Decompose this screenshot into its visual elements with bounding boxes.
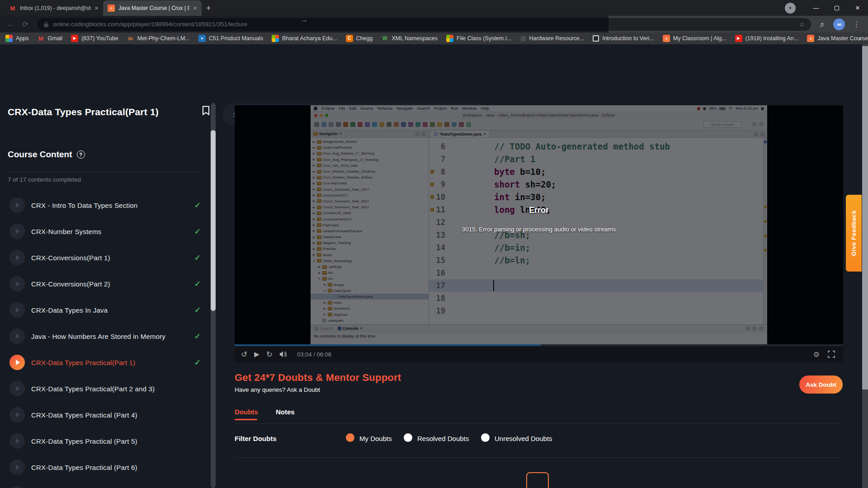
content-item-label: CRX-Data Types Practical (Part 4): [31, 411, 137, 419]
bookmark-item[interactable]: Apps: [5, 35, 29, 42]
extension-icon[interactable]: ♬: [819, 20, 826, 28]
course-content-item[interactable]: CRX-Data Types In Java ✓: [0, 297, 208, 323]
rewind-button[interactable]: ↺: [241, 350, 247, 359]
completed-check-icon: ✓: [194, 227, 201, 236]
bookmark-star-icon[interactable]: ☆: [799, 21, 805, 28]
bookmark-item[interactable]: Bharat Acharya Edu...: [272, 35, 337, 42]
browser-tab[interactable]: ≡ Java Master Course | Crux | CRX-D ✕: [103, 0, 202, 16]
bookmark-label: (837) YouTube: [81, 35, 118, 42]
content-item-label: CRX-Data Types In Java: [31, 306, 108, 314]
completed-check-icon: ✓: [194, 253, 201, 263]
contents-completed-text: 7 of 17 contents completed: [8, 176, 81, 183]
course-content-item[interactable]: CRX - Intro To Data Types Section ✓: [0, 192, 208, 218]
play-circle-icon: [9, 460, 25, 475]
course-content-item[interactable]: CRX-Data Types Practical(Part 2 and 3) ✓: [0, 375, 208, 402]
course-content-item[interactable]: CRX-Number Systems ✓: [0, 218, 208, 244]
bookmark-label: C51 Product Manuals: [209, 35, 263, 42]
course-content-item[interactable]: CRX-Data Types Practical(Part 1) ✓: [0, 349, 208, 375]
browser-profile-icon[interactable]: ▾: [785, 3, 796, 14]
new-tab-button[interactable]: +: [206, 4, 211, 12]
window-close-button[interactable]: ✕: [847, 0, 868, 16]
completed-check-icon: ✓: [194, 279, 201, 289]
bookmark-item[interactable]: ▶ (1918) Installing An...: [735, 35, 798, 42]
tab-title: Java Master Course | Crux | CRX-D: [118, 5, 189, 11]
filter-divider: [235, 457, 843, 458]
profile-avatar[interactable]: oo: [833, 19, 845, 30]
play-triangle: [16, 255, 20, 260]
radio-resolved-doubts[interactable]: [404, 433, 412, 442]
unresolved-doubts-label[interactable]: Unresolved Doubts: [495, 435, 552, 442]
bookmark-item[interactable]: W XML Namespaces: [381, 35, 438, 42]
play-triangle: [16, 465, 20, 470]
content-item-label: CRX-Number Systems: [31, 228, 101, 235]
settings-gear-icon[interactable]: ⚙: [813, 350, 820, 359]
screen: M Inbox (1,019) - deepansh@stude ✕ ≡ Jav…: [0, 0, 868, 488]
bookmark-icon[interactable]: [202, 106, 210, 117]
tab-close-icon[interactable]: ✕: [94, 5, 99, 11]
ask-doubt-button[interactable]: Ask Doubt: [799, 375, 843, 394]
bookmarks-overflow-icon[interactable]: »: [859, 35, 862, 42]
bookmark-item[interactable]: Introduction to Veri...: [593, 35, 654, 42]
browser-tab[interactable]: M Inbox (1,019) - deepansh@stude ✕: [5, 0, 103, 16]
video-time: 03:04 / 06:06: [297, 351, 331, 358]
tab-favicon: ≡: [108, 5, 115, 12]
window-restore-button[interactable]: [826, 0, 847, 16]
video-controls-bar: ↺ ▶ ↻ 03:04 / 06:06 ⚙: [235, 344, 843, 362]
pagination-button[interactable]: [526, 472, 549, 488]
forward-button[interactable]: ↻: [266, 350, 273, 359]
completed-check-icon: ✓: [194, 332, 201, 341]
resolved-doubts-label[interactable]: Resolved Doubts: [417, 435, 469, 442]
browser-menu-icon[interactable]: ⋮: [853, 20, 860, 28]
bookmark-favicon: M: [38, 35, 45, 42]
radio-my-doubts[interactable]: [346, 433, 354, 442]
bookmark-item[interactable]: in Met-Phy-Chem-LM...: [127, 35, 190, 42]
course-content-item[interactable]: CRX-Conversions(Part 1) ✓: [0, 244, 208, 271]
bookmark-label: Introduction to Veri...: [602, 35, 654, 42]
content-item-label: CRX-Data Types Practical (Part 6): [31, 464, 137, 471]
bookmark-item[interactable]: » C51 Product Manuals: [198, 35, 263, 42]
bookmark-label: Met-Phy-Chem-LM...: [137, 35, 190, 42]
bookmark-item[interactable]: ≡ My Classroom | Alg...: [663, 35, 726, 42]
course-content-item[interactable]: CRX-Conversions(Part 2) ✓: [0, 271, 208, 297]
bookmark-item[interactable]: M Gmail: [38, 35, 63, 42]
doubts-subheading: Have any queries? Ask a Doubt: [235, 386, 320, 393]
volume-icon[interactable]: [279, 351, 288, 358]
bookmark-favicon: W: [381, 35, 388, 42]
tab-doubts[interactable]: Doubts: [235, 408, 258, 416]
bookmark-label: Hardware Resource...: [529, 35, 585, 42]
bookmark-item[interactable]: Hardware Resource...: [520, 35, 585, 42]
tab-notes[interactable]: Notes: [276, 408, 295, 416]
completed-check-icon: ✓: [194, 201, 201, 210]
bookmark-item[interactable]: File Class (System.I...: [446, 35, 512, 42]
play-button[interactable]: ▶: [254, 350, 259, 358]
course-content-item[interactable]: CRX-Data Types Practical (Part 5) ✓: [0, 428, 208, 454]
page-scrollbar-thumb[interactable]: [862, 46, 868, 389]
course-content-item[interactable]: Java - How Numbers Are Stored in Memory …: [0, 323, 208, 349]
give-feedback-tab[interactable]: Give Feedback: [846, 195, 862, 272]
bookmark-label: My Classroom | Alg...: [673, 35, 726, 42]
my-doubts-label[interactable]: My Doubts: [359, 435, 392, 442]
bookmark-item[interactable]: C Chegg: [346, 35, 373, 42]
video-player[interactable]: EclipseFileEditSourceRefactorNavigateSea…: [235, 105, 843, 362]
browser-toolbar: ← → ⟳ online.codingblocks.com/app/player…: [0, 16, 868, 33]
completed-check-icon: ✓: [194, 305, 201, 315]
bookmark-item[interactable]: ▶ (837) YouTube: [71, 35, 118, 42]
course-content-item[interactable]: CRX-Data Types Practical (Part 4) ✓: [0, 402, 208, 428]
radio-unresolved-doubts[interactable]: [481, 433, 490, 442]
video-error-title: Error: [235, 206, 843, 215]
fullscreen-icon[interactable]: [828, 351, 835, 358]
bookmark-label: (1918) Installing An...: [745, 35, 798, 42]
play-triangle: [16, 202, 20, 208]
content-item-label: CRX-Conversions(Part 1): [31, 254, 110, 262]
window-minimize-button[interactable]: —: [806, 0, 826, 16]
play-triangle: [16, 307, 20, 313]
play-triangle: [16, 412, 20, 418]
help-icon[interactable]: ?: [77, 150, 85, 159]
sidebar-divider: [8, 172, 200, 173]
completed-check-icon: ✓: [194, 358, 201, 367]
course-content-item[interactable]: CRX-Data Types Practical (Part 6) ✓: [0, 454, 208, 480]
play-circle-icon: [9, 250, 25, 265]
sidebar-scrollbar-thumb[interactable]: [211, 130, 216, 311]
course-content-item[interactable]: CRX-Data Types Practical (Part 7) ✓: [0, 480, 208, 488]
tab-close-icon[interactable]: ✕: [193, 5, 197, 11]
